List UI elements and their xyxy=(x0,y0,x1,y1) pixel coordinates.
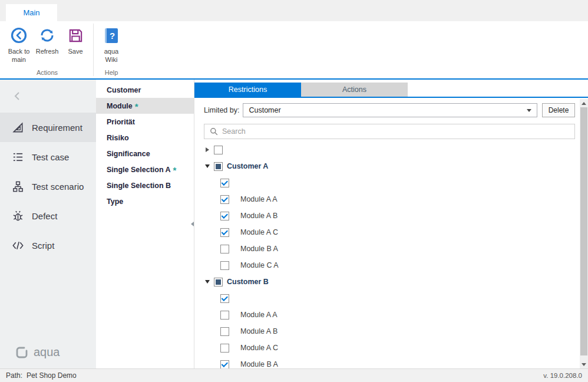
chevron-left-icon xyxy=(14,91,20,101)
path-label: Path: xyxy=(6,371,22,380)
field-item-module[interactable]: Module xyxy=(96,98,194,114)
ribbon: Back to main Refresh xyxy=(0,21,588,80)
sidebar: RequirementTest caseTest scenarioDefectS… xyxy=(0,80,96,368)
save-button[interactable]: Save xyxy=(61,22,90,55)
tree-item-label: Customer A xyxy=(227,162,268,170)
back-arrow-icon xyxy=(10,25,28,45)
splitter-collapse-arrow[interactable] xyxy=(191,222,194,226)
vertical-scrollbar[interactable] xyxy=(580,99,588,368)
sidebar-collapse-chevron[interactable] xyxy=(0,80,96,113)
sidebar-item-label: Script xyxy=(32,241,54,251)
tree-row[interactable] xyxy=(204,141,575,158)
search-box[interactable] xyxy=(204,124,575,139)
tree-expander-icon[interactable] xyxy=(204,280,211,284)
field-item-significance[interactable]: Significance xyxy=(96,146,194,162)
tree-checkbox[interactable] xyxy=(220,228,229,237)
refresh-button[interactable]: Refresh xyxy=(33,22,61,55)
tree-row[interactable] xyxy=(204,174,575,191)
limited-by-label: Limited by: xyxy=(204,106,239,114)
tree-checkbox[interactable] xyxy=(220,327,229,336)
tree-row[interactable]: Module C A xyxy=(204,257,575,274)
sidebar-nav: RequirementTest caseTest scenarioDefectS… xyxy=(0,113,96,260)
panel-tabs: Restrictions Actions xyxy=(194,83,588,98)
field-item-single-selection-a[interactable]: Single Selection A xyxy=(96,162,194,177)
aqua-wiki-button[interactable]: aqua Wiki xyxy=(97,22,125,64)
tree-row[interactable] xyxy=(204,290,575,307)
ribbon-group-label-help: Help xyxy=(105,69,118,78)
tree-checkbox[interactable] xyxy=(214,146,223,154)
tree-checkbox[interactable] xyxy=(214,162,223,171)
tree-item-label: Module B A xyxy=(240,245,278,253)
code-icon xyxy=(12,239,24,252)
fields-list: CustomerModulePrioritätRisikoSignificanc… xyxy=(96,80,194,368)
field-item-customer[interactable]: Customer xyxy=(96,82,194,98)
tree-checkbox[interactable] xyxy=(220,311,229,320)
tree-row[interactable]: Customer A xyxy=(204,158,575,174)
wiki-icon xyxy=(105,25,118,45)
back-to-main-button[interactable]: Back to main xyxy=(5,22,33,64)
tree-item-label: Module B A xyxy=(240,360,278,368)
tree-row[interactable]: Customer B xyxy=(204,274,575,290)
bug-icon xyxy=(12,210,24,222)
list-icon xyxy=(12,151,24,163)
tree-item-label: Module C A xyxy=(240,261,279,269)
ribbon-group-help: aqua Wiki Help xyxy=(95,21,128,78)
tree-row[interactable]: Module A C xyxy=(204,340,575,356)
field-label: Single Selection B xyxy=(107,182,171,190)
limited-by-dropdown[interactable]: Customer xyxy=(243,103,537,117)
tree-checkbox[interactable] xyxy=(220,360,229,369)
refresh-icon xyxy=(38,25,56,45)
tab-restrictions[interactable]: Restrictions xyxy=(194,83,301,97)
scrollbar-thumb[interactable] xyxy=(580,107,587,355)
tree-row[interactable]: Module A A xyxy=(204,191,575,208)
ribbon-separator xyxy=(93,24,94,76)
modified-asterisk-icon xyxy=(173,166,177,174)
tree-expander-icon[interactable] xyxy=(204,164,211,168)
hierarchy-icon xyxy=(12,180,24,193)
field-item-risiko[interactable]: Risiko xyxy=(96,130,194,146)
ribbon-tab-main[interactable]: Main xyxy=(6,4,57,21)
scroll-down-arrow-icon[interactable] xyxy=(580,360,588,368)
tab-actions[interactable]: Actions xyxy=(301,83,408,97)
tree-checkbox[interactable] xyxy=(220,195,229,204)
field-item-type[interactable]: Type xyxy=(96,193,194,209)
tree-checkbox[interactable] xyxy=(214,278,223,286)
tree-item-label: Customer B xyxy=(227,278,269,286)
sidebar-item-requirement[interactable]: Requirement xyxy=(0,113,96,142)
tree-checkbox[interactable] xyxy=(220,294,229,303)
sidebar-item-script[interactable]: Script xyxy=(0,230,96,260)
tree-item-label: Module A C xyxy=(240,344,278,352)
set-square-icon xyxy=(12,121,24,134)
tree-checkbox[interactable] xyxy=(220,212,229,220)
tree-item-label: Module A C xyxy=(240,228,278,236)
sidebar-item-label: Requirement xyxy=(32,123,82,133)
aqua-logo-icon xyxy=(15,346,28,359)
tree-row[interactable]: Module B A xyxy=(204,241,575,257)
sidebar-item-test-case[interactable]: Test case xyxy=(0,142,96,172)
tree-row[interactable]: Module B A xyxy=(204,356,575,368)
tree-checkbox[interactable] xyxy=(220,344,229,353)
tree-row[interactable]: Module A B xyxy=(204,323,575,340)
search-icon xyxy=(210,127,218,136)
search-input[interactable] xyxy=(222,127,569,136)
main-panel: Restrictions Actions Limited by: Custome… xyxy=(194,80,588,368)
tree-checkbox[interactable] xyxy=(220,245,229,253)
tree-checkbox[interactable] xyxy=(220,179,229,187)
sidebar-item-label: Defect xyxy=(32,211,57,221)
delete-button[interactable]: Delete xyxy=(542,103,575,117)
field-item-priorität[interactable]: Priorität xyxy=(96,114,194,130)
limited-by-row: Limited by: Customer Delete xyxy=(204,103,575,118)
chevron-down-icon xyxy=(527,109,531,112)
field-label: Risiko xyxy=(107,134,129,142)
tree-item-label: Module A B xyxy=(240,327,278,335)
tree-expander-icon[interactable] xyxy=(204,147,211,152)
sidebar-item-defect[interactable]: Defect xyxy=(0,201,96,230)
sidebar-item-label: Test scenario xyxy=(32,182,84,192)
tree-row[interactable]: Module A A xyxy=(204,307,575,323)
tree-row[interactable]: Module A B xyxy=(204,208,575,224)
field-item-single-selection-b[interactable]: Single Selection B xyxy=(96,177,194,193)
tree-checkbox[interactable] xyxy=(220,261,229,270)
sidebar-item-test-scenario[interactable]: Test scenario xyxy=(0,172,96,201)
tree-row[interactable]: Module A C xyxy=(204,224,575,241)
scroll-up-arrow-icon[interactable] xyxy=(580,99,588,107)
